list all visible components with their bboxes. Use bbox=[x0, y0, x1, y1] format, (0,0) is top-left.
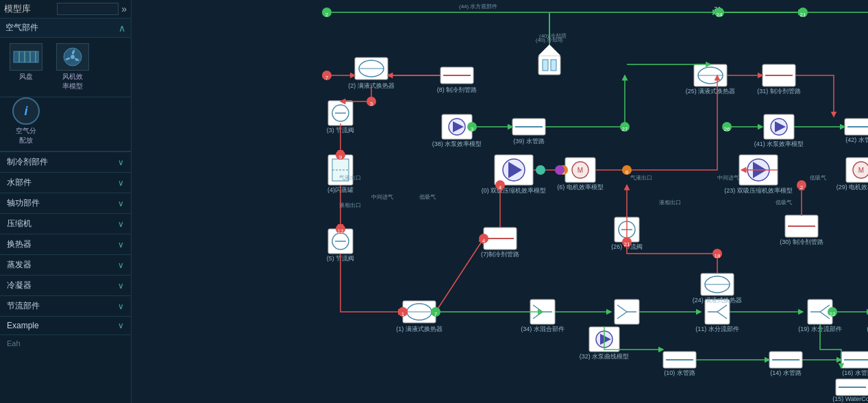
svg-text:6: 6 bbox=[625, 169, 629, 175]
evaporator-expand-icon: ∨ bbox=[118, 260, 124, 270]
svg-text:(23) 双吸压缩机效率模型: (23) 双吸压缩机效率模型 bbox=[724, 187, 793, 194]
compressor-expand-icon: ∨ bbox=[118, 219, 124, 229]
svg-text:18: 18 bbox=[715, 253, 721, 259]
sidebar-item-condenser-label: 冷凝器 bbox=[7, 280, 32, 291]
condenser-expand-icon: ∨ bbox=[118, 281, 124, 291]
sidebar-item-refrigerant[interactable]: 制冷剂部件 ∨ bbox=[0, 152, 131, 173]
svg-text:1: 1 bbox=[401, 311, 405, 317]
air-parts-grid: 风盘 风机效率模型 bbox=[0, 38, 131, 97]
node-10[interactable]: (10) 水管路 bbox=[663, 352, 696, 376]
svg-rect-178 bbox=[543, 60, 548, 71]
node-45[interactable] bbox=[615, 300, 639, 324]
svg-text:(29) 电机效率模型: (29) 电机效率模型 bbox=[836, 184, 868, 191]
svg-text:(25) 满液式换热器: (25) 满液式换热器 bbox=[686, 88, 736, 95]
sidebar-item-example[interactable]: Example ∨ bbox=[0, 317, 131, 335]
air-dist-item[interactable]: i 空气分配放 bbox=[5, 97, 47, 145]
svg-text:(42) 水管路: (42) 水管路 bbox=[845, 136, 868, 143]
node-16[interactable]: (16) 水管路 bbox=[841, 352, 868, 376]
node-42[interactable]: (42) 水管路 bbox=[845, 119, 868, 143]
svg-text:(1) 满液式换热器: (1) 满液式换热器 bbox=[396, 326, 443, 332]
svg-text:27: 27 bbox=[622, 126, 628, 132]
svg-text:(15) WaterCoil: (15) WaterCoil bbox=[832, 395, 868, 402]
air-parts-collapse-icon: ∧ bbox=[119, 23, 125, 34]
air-parts-section: 空气部件 ∧ 风盘 bbox=[0, 19, 131, 152]
svg-text:2: 2 bbox=[325, 12, 329, 18]
sidebar-item-evaporator-label: 蒸发器 bbox=[7, 259, 32, 271]
node-39[interactable]: (39) 水管路 bbox=[512, 119, 545, 145]
sidebar-item-shaft[interactable]: 轴功部件 ∨ bbox=[0, 193, 131, 214]
svg-text:3: 3 bbox=[370, 101, 373, 107]
water-expand-icon: ∨ bbox=[118, 178, 124, 188]
sidebar-collapse-btn[interactable]: » bbox=[121, 3, 127, 14]
sidebar-item-evaporator[interactable]: 蒸发器 ∨ bbox=[0, 255, 131, 276]
heat-exchanger-expand-icon: ∨ bbox=[118, 240, 124, 249]
air-parts-info-row: i 空气分配放 bbox=[0, 97, 131, 151]
node-15[interactable]: (15) WaterCoil bbox=[832, 379, 868, 402]
air-dist-icon: i bbox=[12, 97, 40, 125]
node-2[interactable]: (2) 满液式换热器 bbox=[348, 58, 395, 89]
main-diagram-area[interactable]: (44) 水方底部件 (40) 冷却塔 24 (2) 满液式换热器 (8) 制冷… bbox=[132, 0, 868, 403]
sidebar-search-input[interactable] bbox=[57, 3, 119, 15]
example-expand-icon: ∨ bbox=[118, 321, 124, 330]
svg-text:(0) 双级压缩机效率模型: (0) 双级压缩机效率模型 bbox=[482, 187, 547, 194]
svg-text:低吸气: 低吸气 bbox=[776, 199, 792, 206]
svg-text:2: 2 bbox=[800, 184, 804, 191]
svg-text:(16) 水管路: (16) 水管路 bbox=[842, 369, 868, 376]
sidebar-item-heat-exchanger-label: 换热器 bbox=[7, 239, 32, 250]
sidebar-item-compressor-label: 压缩机 bbox=[7, 218, 32, 230]
svg-rect-177 bbox=[538, 56, 560, 75]
sidebar-item-throttle[interactable]: 节流部件 ∨ bbox=[0, 296, 131, 317]
svg-text:9: 9 bbox=[339, 154, 343, 160]
part-wind-coil[interactable]: 风盘 bbox=[5, 43, 47, 91]
node-8[interactable]: (8) 制冷剂管路 bbox=[437, 67, 478, 93]
node-30[interactable]: (30) 制冷剂管路 bbox=[780, 215, 823, 245]
node-14[interactable]: (14) 水管路 bbox=[769, 352, 802, 376]
sidebar-item-heat-exchanger[interactable]: 换热器 ∨ bbox=[0, 234, 131, 255]
svg-rect-0 bbox=[14, 51, 38, 62]
svg-rect-179 bbox=[551, 60, 556, 71]
svg-text:液相出口: 液相出口 bbox=[659, 199, 681, 206]
sidebar-item-shaft-label: 轴功部件 bbox=[7, 197, 40, 209]
svg-text:(41) 水泵效率模型: (41) 水泵效率模型 bbox=[754, 141, 804, 147]
svg-text:(24) 满液式换热器: (24) 满液式换热器 bbox=[693, 297, 743, 304]
fan-model-label: 风机效率模型 bbox=[62, 72, 83, 91]
svg-text:(11) 水分流部件: (11) 水分流部件 bbox=[695, 326, 739, 332]
wind-coil-icon bbox=[10, 43, 42, 71]
sidebar-item-example-label: Example bbox=[7, 321, 39, 330]
svg-text:4: 4 bbox=[499, 184, 502, 191]
sidebar-item-compressor[interactable]: 压缩机 ∨ bbox=[0, 214, 131, 234]
svg-text:7: 7 bbox=[325, 75, 329, 81]
svg-point-160 bbox=[536, 165, 545, 175]
wind-coil-label: 风盘 bbox=[19, 72, 33, 82]
air-parts-label: 空气部件 bbox=[5, 22, 38, 34]
sidebar-bottom-text: Eah bbox=[0, 335, 131, 352]
sidebar-item-throttle-label: 节流部件 bbox=[7, 300, 40, 312]
svg-text:中间进气: 中间进气 bbox=[371, 194, 393, 200]
sidebar-item-water[interactable]: 水部件 ∨ bbox=[0, 173, 131, 193]
svg-text:(38) 水泵效率模型: (38) 水泵效率模型 bbox=[432, 141, 482, 147]
svg-text:液相出口: 液相出口 bbox=[339, 202, 361, 208]
sidebar-item-condenser[interactable]: 冷凝器 ∨ bbox=[0, 276, 131, 296]
node-31[interactable]: (31) 制冷剂管路 bbox=[757, 64, 801, 95]
svg-text:低吸气: 低吸气 bbox=[810, 175, 826, 181]
svg-text:M: M bbox=[858, 167, 864, 174]
svg-text:(32) 水泵曲线模型: (32) 水泵曲线模型 bbox=[580, 353, 630, 360]
svg-text:21: 21 bbox=[800, 12, 806, 18]
svg-text:M: M bbox=[578, 167, 583, 174]
node-7[interactable]: (7)制冷剂管路 bbox=[481, 228, 519, 258]
svg-text:(31) 制冷剂管路: (31) 制冷剂管路 bbox=[757, 88, 801, 95]
svg-text:中间进气: 中间进气 bbox=[717, 175, 739, 181]
svg-point-6 bbox=[71, 55, 75, 59]
air-parts-header[interactable]: 空气部件 ∧ bbox=[0, 19, 131, 38]
sidebar-item-water-label: 水部件 bbox=[7, 177, 32, 188]
sidebar: 模型库 » 空气部件 ∧ 风盘 bbox=[0, 0, 132, 403]
svg-text:(44) 水方底部件: (44) 水方底部件 bbox=[459, 3, 497, 10]
node-40-cooling-tower[interactable]: (40) 冷却塔 bbox=[536, 37, 563, 75]
svg-text:(30) 制冷剂管路: (30) 制冷剂管路 bbox=[780, 239, 823, 245]
svg-text:(8) 制冷剂管路: (8) 制冷剂管路 bbox=[437, 86, 478, 93]
throttle-expand-icon: ∨ bbox=[118, 302, 124, 311]
shaft-expand-icon: ∨ bbox=[118, 199, 124, 208]
svg-text:(40) 冷却塔: (40) 冷却塔 bbox=[536, 37, 563, 43]
part-fan-model[interactable]: 风机效率模型 bbox=[52, 43, 93, 91]
svg-text:12: 12 bbox=[338, 228, 344, 234]
